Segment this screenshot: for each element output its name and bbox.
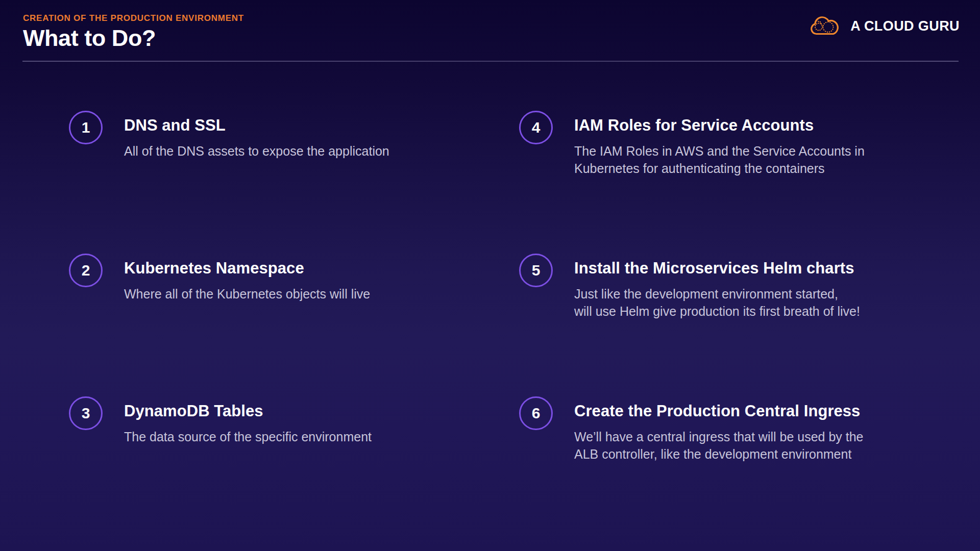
step-number: 6 — [532, 405, 541, 422]
header-divider — [22, 61, 959, 62]
step-text: Install the Microservices Helm charts Ju… — [574, 254, 860, 320]
step-number-badge: 6 — [519, 396, 553, 430]
step-number: 4 — [532, 119, 541, 136]
step-item-3: 3 DynamoDB Tables The data source of the… — [69, 396, 519, 445]
step-number: 1 — [82, 119, 90, 136]
step-description: Just like the development environment st… — [574, 285, 860, 320]
step-text: Kubernetes Namespace Where all of the Ku… — [124, 254, 370, 303]
steps-grid: 1 DNS and SSL All of the DNS assets to e… — [69, 111, 865, 539]
slide: CREATION OF THE PRODUCTION ENVIRONMENT W… — [0, 0, 980, 551]
step-number-badge: 4 — [519, 111, 553, 144]
step-number-badge: 2 — [69, 254, 103, 287]
logo-text: A CLOUD GURU — [850, 18, 960, 34]
step-description: Where all of the Kubernetes objects will… — [124, 285, 370, 303]
step-number: 5 — [532, 262, 541, 279]
step-item-2: 2 Kubernetes Namespace Where all of the … — [69, 254, 519, 303]
acg-logo: A CLOUD GURU — [808, 14, 960, 38]
step-item-5: 5 Install the Microservices Helm charts … — [519, 254, 865, 320]
step-text: IAM Roles for Service Accounts The IAM R… — [574, 111, 865, 177]
step-description: The data source of the specific environm… — [124, 428, 372, 445]
step-item-4: 4 IAM Roles for Service Accounts The IAM… — [519, 111, 865, 177]
cloud-icon — [808, 14, 842, 38]
step-number: 3 — [82, 405, 90, 422]
step-title: DynamoDB Tables — [124, 402, 372, 420]
step-description: The IAM Roles in AWS and the Service Acc… — [574, 142, 865, 177]
step-description: We’ll have a central ingress that will b… — [574, 428, 864, 463]
step-text: Create the Production Central Ingress We… — [574, 396, 864, 463]
step-title: Install the Microservices Helm charts — [574, 259, 860, 278]
step-number-badge: 3 — [69, 396, 103, 430]
step-item-6: 6 Create the Production Central Ingress … — [519, 396, 865, 463]
step-number-badge: 5 — [519, 254, 553, 287]
step-text: DynamoDB Tables The data source of the s… — [124, 396, 372, 445]
step-item-1: 1 DNS and SSL All of the DNS assets to e… — [69, 111, 519, 160]
step-title: DNS and SSL — [124, 116, 389, 135]
step-number: 2 — [82, 262, 90, 279]
step-number-badge: 1 — [69, 111, 103, 144]
step-title: Kubernetes Namespace — [124, 259, 370, 278]
step-title: Create the Production Central Ingress — [574, 402, 864, 420]
step-title: IAM Roles for Service Accounts — [574, 116, 865, 135]
step-description: All of the DNS assets to expose the appl… — [124, 142, 389, 160]
step-text: DNS and SSL All of the DNS assets to exp… — [124, 111, 389, 160]
